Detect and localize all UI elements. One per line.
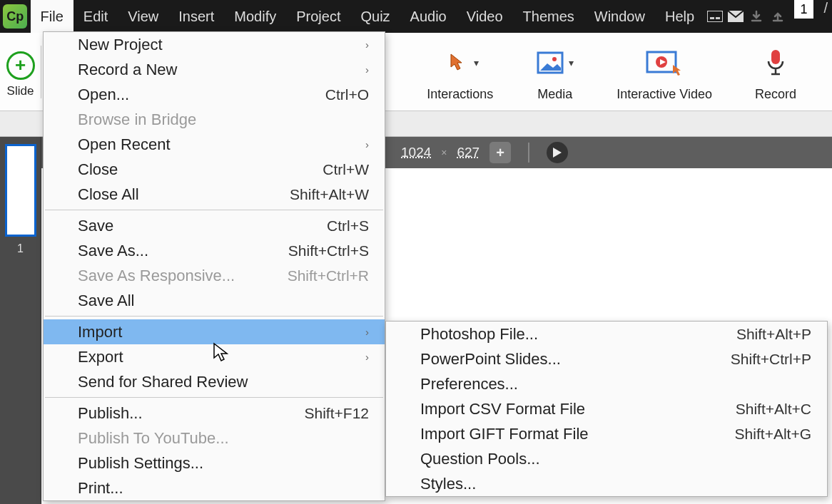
file-menu: New Project›Record a New›Open...Ctrl+OBr… <box>43 31 385 501</box>
menu-item-shortcut: Ctrl+S <box>305 217 369 235</box>
file-menu-item-send-for-shared-review[interactable]: Send for Shared Review <box>44 369 385 394</box>
page-number[interactable]: 1 <box>794 0 814 19</box>
menu-item-shortcut: Shift+Alt+W <box>268 186 369 203</box>
menu-item-label: Browse in Bridge <box>78 110 369 129</box>
menu-view[interactable]: View <box>118 0 168 33</box>
menu-item-label: Close <box>78 160 301 179</box>
separator <box>528 143 529 163</box>
download-icon[interactable] <box>746 0 767 33</box>
slide-panel: 1 <box>0 137 41 504</box>
chevron-right-icon: › <box>351 63 369 76</box>
svg-rect-1 <box>710 17 714 19</box>
chevron-right-icon: › <box>351 138 369 150</box>
import-menu-item-import-gift-format-file[interactable]: Import GIFT Format FileShift+Alt+G <box>386 421 827 446</box>
file-menu-item-publish[interactable]: Publish...Shift+F12 <box>44 401 385 426</box>
menu-item-label: Save As... <box>78 242 267 260</box>
app-logo: Cp <box>0 0 31 33</box>
menu-quiz[interactable]: Quiz <box>350 0 400 33</box>
toolbar-media[interactable]: ▾ Media <box>514 37 595 106</box>
menu-video[interactable]: Video <box>457 0 513 33</box>
menu-separator <box>45 316 383 317</box>
file-menu-item-publish-settings[interactable]: Publish Settings... <box>44 451 385 475</box>
file-menu-item-import[interactable]: Import› <box>44 319 385 344</box>
menu-audio[interactable]: Audio <box>400 0 457 33</box>
menu-file[interactable]: File <box>31 0 73 33</box>
menu-item-label: Save As Responsive... <box>78 267 266 285</box>
import-menu-item-powerpoint-slides[interactable]: PowerPoint Slides...Shift+Ctrl+P <box>386 346 827 371</box>
menu-item-label: Import <box>78 323 351 341</box>
import-menu-item-photoshop-file[interactable]: Photoshop File...Shift+Alt+P <box>386 322 827 346</box>
menu-item-label: New Project <box>78 36 351 54</box>
caption-icon[interactable] <box>704 0 725 33</box>
slides-label: Slide <box>7 84 34 98</box>
chevron-down-icon: ▾ <box>474 57 479 68</box>
menu-item-label: Close All <box>78 185 268 204</box>
menu-item-label: Open... <box>78 86 304 104</box>
toolbar-interactions[interactable]: ▾ Interactions <box>405 37 514 106</box>
toolbar-slides[interactable]: + Slide <box>0 46 41 98</box>
file-menu-item-open[interactable]: Open...Ctrl+O <box>44 82 385 107</box>
menu-item-label: Publish Settings... <box>78 454 369 473</box>
menu-project[interactable]: Project <box>286 0 350 33</box>
menu-item-label: Save All <box>78 292 369 310</box>
toolbar-interactive-video[interactable]: Interactive Video <box>595 37 734 106</box>
menu-window[interactable]: Window <box>584 0 655 33</box>
menu-item-label: Send for Shared Review <box>78 373 369 391</box>
mail-icon[interactable] <box>725 0 746 33</box>
menu-separator <box>45 397 383 398</box>
menu-edit[interactable]: Edit <box>73 0 118 33</box>
menu-help[interactable]: Help <box>655 0 704 33</box>
microphone-icon <box>764 48 787 77</box>
svg-rect-0 <box>707 11 723 22</box>
menu-item-shortcut: Ctrl+O <box>304 86 369 103</box>
file-menu-item-save-as-responsive: Save As Responsive...Shift+Ctrl+R <box>44 263 385 288</box>
file-menu-item-browse-in-bridge: Browse in Bridge <box>44 107 385 132</box>
import-menu-item-preferences[interactable]: Preferences... <box>386 371 827 396</box>
menu-item-label: Export <box>78 348 351 366</box>
file-menu-item-record-a-new[interactable]: Record a New› <box>44 57 385 82</box>
file-menu-item-new-project[interactable]: New Project› <box>44 32 385 57</box>
import-submenu: Photoshop File...Shift+Alt+PPowerPoint S… <box>385 321 828 497</box>
toolbar-record[interactable]: Record <box>734 37 818 106</box>
menu-item-shortcut: Shift+Alt+G <box>714 426 811 443</box>
menu-item-label: Question Pools... <box>420 450 811 468</box>
menu-item-label: Save <box>78 217 305 235</box>
file-menu-item-save-as[interactable]: Save As...Shift+Ctrl+S <box>44 238 385 263</box>
menu-themes[interactable]: Themes <box>513 0 584 33</box>
file-menu-item-save[interactable]: SaveCtrl+S <box>44 213 385 238</box>
menu-item-label: Styles... <box>420 475 811 493</box>
menu-item-label: Open Recent <box>78 135 351 154</box>
menu-item-label: PowerPoint Slides... <box>420 350 709 369</box>
slide-thumbnail[interactable] <box>5 144 36 237</box>
file-menu-item-close-all[interactable]: Close AllShift+Alt+W <box>44 182 385 207</box>
zoom-plus-button[interactable]: + <box>489 142 511 163</box>
pointer-icon <box>441 48 470 77</box>
file-menu-item-save-all[interactable]: Save All <box>44 288 385 313</box>
logo-badge: Cp <box>3 4 27 29</box>
image-icon <box>536 51 564 75</box>
menu-item-shortcut: Ctrl+W <box>301 161 369 178</box>
menu-insert[interactable]: Insert <box>168 0 224 33</box>
import-menu-item-question-pools[interactable]: Question Pools... <box>386 446 827 471</box>
menu-item-label: Photoshop File... <box>420 325 715 344</box>
upload-icon[interactable] <box>767 0 788 33</box>
file-menu-item-close[interactable]: CloseCtrl+W <box>44 157 385 182</box>
menu-item-shortcut: Shift+Ctrl+R <box>266 267 369 284</box>
canvas-width[interactable]: 1024 <box>401 145 431 160</box>
menu-file-label: File <box>41 9 64 25</box>
menu-modify[interactable]: Modify <box>224 0 286 33</box>
play-button[interactable] <box>547 142 568 163</box>
menu-item-shortcut: Shift+F12 <box>283 405 369 422</box>
svg-rect-2 <box>716 17 720 19</box>
file-menu-item-export[interactable]: Export› <box>44 344 385 369</box>
menu-item-label: Import CSV Format File <box>420 400 714 418</box>
file-menu-item-print[interactable]: Print... <box>44 475 385 500</box>
import-menu-item-import-csv-format-file[interactable]: Import CSV Format FileShift+Alt+C <box>386 396 827 421</box>
chevron-right-icon: › <box>351 351 369 363</box>
menu-item-shortcut: Shift+Ctrl+P <box>709 351 811 368</box>
file-menu-item-open-recent[interactable]: Open Recent› <box>44 132 385 157</box>
page-sep: / <box>819 0 832 33</box>
import-menu-item-styles[interactable]: Styles... <box>386 471 827 496</box>
video-touch-icon <box>644 49 684 76</box>
canvas-height[interactable]: 627 <box>457 145 480 160</box>
